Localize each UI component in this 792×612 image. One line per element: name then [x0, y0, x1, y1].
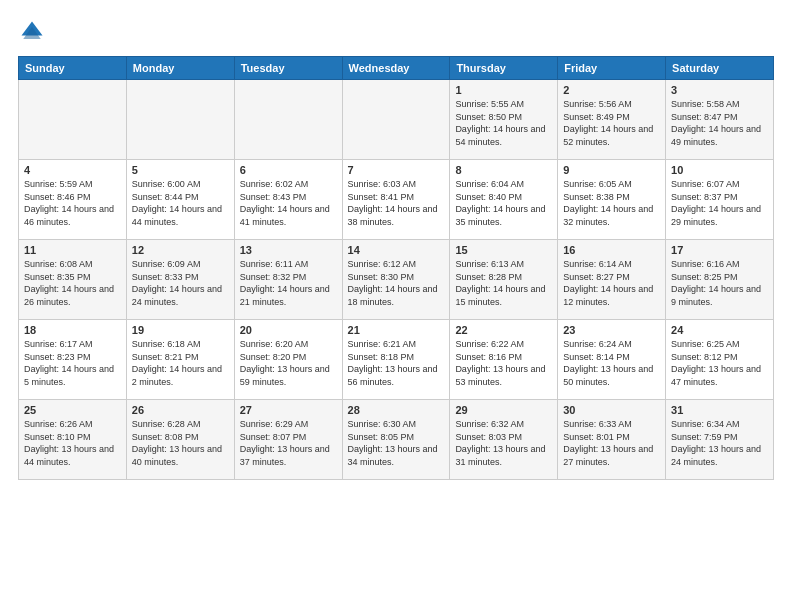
day-number: 21	[348, 324, 445, 336]
header-row: SundayMondayTuesdayWednesdayThursdayFrid…	[19, 57, 774, 80]
day-cell: 20Sunrise: 6:20 AM Sunset: 8:20 PM Dayli…	[234, 320, 342, 400]
day-number: 28	[348, 404, 445, 416]
day-number: 9	[563, 164, 660, 176]
day-cell: 1Sunrise: 5:55 AM Sunset: 8:50 PM Daylig…	[450, 80, 558, 160]
day-cell: 17Sunrise: 6:16 AM Sunset: 8:25 PM Dayli…	[666, 240, 774, 320]
day-cell: 8Sunrise: 6:04 AM Sunset: 8:40 PM Daylig…	[450, 160, 558, 240]
day-number: 2	[563, 84, 660, 96]
day-info: Sunrise: 6:33 AM Sunset: 8:01 PM Dayligh…	[563, 418, 660, 468]
day-info: Sunrise: 6:05 AM Sunset: 8:38 PM Dayligh…	[563, 178, 660, 228]
day-number: 19	[132, 324, 229, 336]
day-cell	[342, 80, 450, 160]
day-info: Sunrise: 5:58 AM Sunset: 8:47 PM Dayligh…	[671, 98, 768, 148]
day-info: Sunrise: 6:00 AM Sunset: 8:44 PM Dayligh…	[132, 178, 229, 228]
day-info: Sunrise: 6:02 AM Sunset: 8:43 PM Dayligh…	[240, 178, 337, 228]
day-info: Sunrise: 6:18 AM Sunset: 8:21 PM Dayligh…	[132, 338, 229, 388]
logo-icon	[18, 18, 46, 46]
day-info: Sunrise: 6:28 AM Sunset: 8:08 PM Dayligh…	[132, 418, 229, 468]
day-info: Sunrise: 6:08 AM Sunset: 8:35 PM Dayligh…	[24, 258, 121, 308]
day-number: 10	[671, 164, 768, 176]
day-cell: 16Sunrise: 6:14 AM Sunset: 8:27 PM Dayli…	[558, 240, 666, 320]
day-number: 1	[455, 84, 552, 96]
day-info: Sunrise: 6:22 AM Sunset: 8:16 PM Dayligh…	[455, 338, 552, 388]
day-info: Sunrise: 6:26 AM Sunset: 8:10 PM Dayligh…	[24, 418, 121, 468]
day-cell: 19Sunrise: 6:18 AM Sunset: 8:21 PM Dayli…	[126, 320, 234, 400]
day-cell: 21Sunrise: 6:21 AM Sunset: 8:18 PM Dayli…	[342, 320, 450, 400]
day-cell: 6Sunrise: 6:02 AM Sunset: 8:43 PM Daylig…	[234, 160, 342, 240]
logo	[18, 18, 50, 46]
day-cell	[19, 80, 127, 160]
day-cell: 29Sunrise: 6:32 AM Sunset: 8:03 PM Dayli…	[450, 400, 558, 480]
day-cell: 13Sunrise: 6:11 AM Sunset: 8:32 PM Dayli…	[234, 240, 342, 320]
day-cell: 30Sunrise: 6:33 AM Sunset: 8:01 PM Dayli…	[558, 400, 666, 480]
day-number: 18	[24, 324, 121, 336]
calendar-header: SundayMondayTuesdayWednesdayThursdayFrid…	[19, 57, 774, 80]
day-number: 12	[132, 244, 229, 256]
header-cell-sunday: Sunday	[19, 57, 127, 80]
day-info: Sunrise: 6:03 AM Sunset: 8:41 PM Dayligh…	[348, 178, 445, 228]
day-number: 7	[348, 164, 445, 176]
day-number: 15	[455, 244, 552, 256]
day-cell: 11Sunrise: 6:08 AM Sunset: 8:35 PM Dayli…	[19, 240, 127, 320]
day-cell: 12Sunrise: 6:09 AM Sunset: 8:33 PM Dayli…	[126, 240, 234, 320]
day-info: Sunrise: 6:12 AM Sunset: 8:30 PM Dayligh…	[348, 258, 445, 308]
day-number: 3	[671, 84, 768, 96]
header-cell-wednesday: Wednesday	[342, 57, 450, 80]
day-number: 23	[563, 324, 660, 336]
day-info: Sunrise: 5:55 AM Sunset: 8:50 PM Dayligh…	[455, 98, 552, 148]
day-cell: 24Sunrise: 6:25 AM Sunset: 8:12 PM Dayli…	[666, 320, 774, 400]
day-cell: 7Sunrise: 6:03 AM Sunset: 8:41 PM Daylig…	[342, 160, 450, 240]
day-info: Sunrise: 6:16 AM Sunset: 8:25 PM Dayligh…	[671, 258, 768, 308]
day-info: Sunrise: 6:04 AM Sunset: 8:40 PM Dayligh…	[455, 178, 552, 228]
day-cell: 25Sunrise: 6:26 AM Sunset: 8:10 PM Dayli…	[19, 400, 127, 480]
day-number: 6	[240, 164, 337, 176]
day-number: 24	[671, 324, 768, 336]
day-number: 14	[348, 244, 445, 256]
day-number: 17	[671, 244, 768, 256]
day-number: 27	[240, 404, 337, 416]
day-info: Sunrise: 6:20 AM Sunset: 8:20 PM Dayligh…	[240, 338, 337, 388]
day-cell: 4Sunrise: 5:59 AM Sunset: 8:46 PM Daylig…	[19, 160, 127, 240]
header-cell-thursday: Thursday	[450, 57, 558, 80]
day-cell: 31Sunrise: 6:34 AM Sunset: 7:59 PM Dayli…	[666, 400, 774, 480]
day-number: 8	[455, 164, 552, 176]
day-cell	[234, 80, 342, 160]
day-cell: 5Sunrise: 6:00 AM Sunset: 8:44 PM Daylig…	[126, 160, 234, 240]
day-number: 11	[24, 244, 121, 256]
day-number: 13	[240, 244, 337, 256]
day-cell: 26Sunrise: 6:28 AM Sunset: 8:08 PM Dayli…	[126, 400, 234, 480]
day-info: Sunrise: 6:07 AM Sunset: 8:37 PM Dayligh…	[671, 178, 768, 228]
day-cell: 15Sunrise: 6:13 AM Sunset: 8:28 PM Dayli…	[450, 240, 558, 320]
day-cell	[126, 80, 234, 160]
day-info: Sunrise: 5:56 AM Sunset: 8:49 PM Dayligh…	[563, 98, 660, 148]
day-number: 26	[132, 404, 229, 416]
day-cell: 18Sunrise: 6:17 AM Sunset: 8:23 PM Dayli…	[19, 320, 127, 400]
day-info: Sunrise: 6:25 AM Sunset: 8:12 PM Dayligh…	[671, 338, 768, 388]
day-info: Sunrise: 6:30 AM Sunset: 8:05 PM Dayligh…	[348, 418, 445, 468]
day-cell: 23Sunrise: 6:24 AM Sunset: 8:14 PM Dayli…	[558, 320, 666, 400]
day-cell: 27Sunrise: 6:29 AM Sunset: 8:07 PM Dayli…	[234, 400, 342, 480]
day-number: 20	[240, 324, 337, 336]
day-info: Sunrise: 5:59 AM Sunset: 8:46 PM Dayligh…	[24, 178, 121, 228]
week-row-5: 25Sunrise: 6:26 AM Sunset: 8:10 PM Dayli…	[19, 400, 774, 480]
header	[18, 18, 774, 46]
day-cell: 3Sunrise: 5:58 AM Sunset: 8:47 PM Daylig…	[666, 80, 774, 160]
calendar-body: 1Sunrise: 5:55 AM Sunset: 8:50 PM Daylig…	[19, 80, 774, 480]
week-row-2: 4Sunrise: 5:59 AM Sunset: 8:46 PM Daylig…	[19, 160, 774, 240]
page: SundayMondayTuesdayWednesdayThursdayFrid…	[0, 0, 792, 612]
day-cell: 28Sunrise: 6:30 AM Sunset: 8:05 PM Dayli…	[342, 400, 450, 480]
day-info: Sunrise: 6:17 AM Sunset: 8:23 PM Dayligh…	[24, 338, 121, 388]
day-cell: 22Sunrise: 6:22 AM Sunset: 8:16 PM Dayli…	[450, 320, 558, 400]
day-info: Sunrise: 6:14 AM Sunset: 8:27 PM Dayligh…	[563, 258, 660, 308]
day-number: 4	[24, 164, 121, 176]
header-cell-tuesday: Tuesday	[234, 57, 342, 80]
week-row-4: 18Sunrise: 6:17 AM Sunset: 8:23 PM Dayli…	[19, 320, 774, 400]
day-info: Sunrise: 6:29 AM Sunset: 8:07 PM Dayligh…	[240, 418, 337, 468]
day-info: Sunrise: 6:24 AM Sunset: 8:14 PM Dayligh…	[563, 338, 660, 388]
day-number: 25	[24, 404, 121, 416]
day-info: Sunrise: 6:34 AM Sunset: 7:59 PM Dayligh…	[671, 418, 768, 468]
day-cell: 14Sunrise: 6:12 AM Sunset: 8:30 PM Dayli…	[342, 240, 450, 320]
day-info: Sunrise: 6:11 AM Sunset: 8:32 PM Dayligh…	[240, 258, 337, 308]
day-number: 22	[455, 324, 552, 336]
week-row-1: 1Sunrise: 5:55 AM Sunset: 8:50 PM Daylig…	[19, 80, 774, 160]
